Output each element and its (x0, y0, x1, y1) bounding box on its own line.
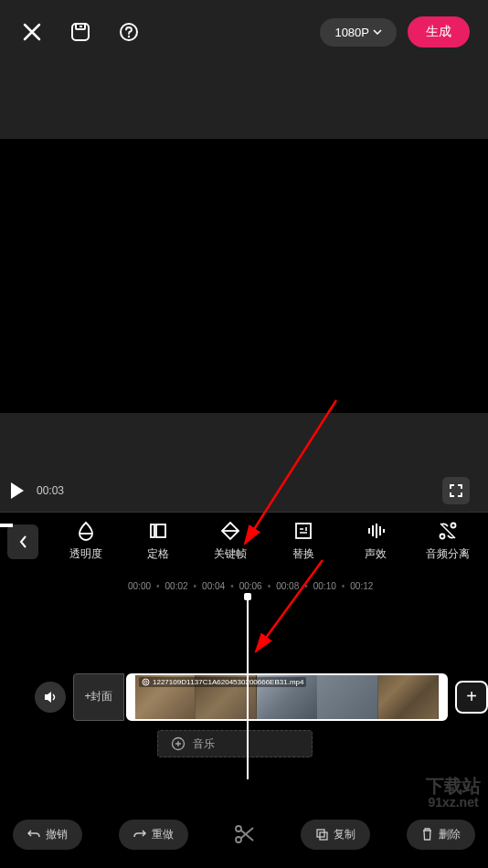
keyframe-icon (220, 521, 240, 541)
opacity-label: 透明度 (69, 546, 102, 562)
clip-filename: 1227109D1137C1A6204530200666EB31.mp4 (153, 678, 303, 686)
generate-label: 生成 (426, 24, 451, 38)
watermark-line1: 下载站 (426, 776, 481, 796)
svg-point-15 (440, 535, 444, 539)
svg-rect-25 (317, 830, 324, 837)
thumb (378, 675, 439, 719)
svg-rect-7 (156, 524, 165, 537)
undo-label: 撤销 (46, 827, 68, 842)
cover-label: +封面 (84, 689, 112, 704)
tool-items: 透明度 定格 关键帧 替换 声效 (53, 521, 481, 562)
speaker-icon (42, 689, 58, 705)
tool-replace[interactable]: 替换 (271, 521, 336, 562)
ruler-tick: 00:06 (239, 581, 262, 591)
playback-time: 00:03 (37, 484, 64, 497)
ruler-tick: 00:02 (165, 581, 188, 591)
ruler-tick: 00:08 (276, 581, 299, 591)
fullscreen-button[interactable] (442, 477, 470, 504)
chevron-left-icon (18, 535, 27, 549)
playback-controls: 00:03 (0, 470, 488, 512)
replace-icon (293, 521, 313, 541)
svg-point-18 (143, 679, 149, 685)
topbar-right: 1080P 生成 (320, 16, 470, 48)
back-button[interactable] (7, 524, 38, 559)
help-button[interactable] (119, 22, 139, 42)
svg-point-4 (128, 36, 130, 37)
watermark: 下载站 91xz.net (426, 776, 481, 810)
tool-bar: 透明度 定格 关键帧 替换 声效 (0, 512, 488, 572)
music-add-icon (171, 736, 186, 751)
trash-icon (421, 828, 433, 841)
progress-marker (0, 524, 13, 527)
timeline[interactable]: +封面 1227109D1137C1A6204530200666EB31.mp4… (0, 597, 488, 803)
resolution-label: 1080P (334, 26, 369, 39)
bottom-bar: 撤销 重做 复制 删除 (0, 803, 488, 868)
tool-keyframe[interactable]: 关键帧 (197, 521, 263, 562)
ruler-tick: 00:00 (128, 581, 151, 591)
redo-icon (133, 829, 146, 840)
cover-button[interactable]: +封面 (73, 673, 124, 721)
thumb (317, 675, 377, 719)
preview-padding-top (0, 64, 488, 139)
tool-audiodetach[interactable]: 音频分离 (415, 521, 481, 562)
svg-rect-9 (296, 524, 311, 538)
video-clip[interactable]: 1227109D1137C1A6204530200666EB31.mp4 (126, 673, 448, 721)
split-button[interactable] (225, 814, 265, 854)
tool-soundfx[interactable]: 声效 (343, 521, 408, 562)
add-clip-button[interactable]: + (455, 681, 488, 714)
freeze-label: 定格 (147, 546, 169, 562)
keyframe-label: 关键帧 (214, 546, 247, 562)
copy-label: 复制 (334, 827, 355, 842)
svg-rect-6 (151, 524, 154, 537)
preview-padding-bottom (0, 413, 488, 470)
video-track: +封面 1227109D1137C1A6204530200666EB31.mp4… (0, 672, 488, 722)
redo-label: 重做 (152, 827, 174, 842)
undo-button[interactable]: 撤销 (13, 820, 82, 850)
top-bar: 1080P 生成 (0, 0, 488, 64)
add-music-button[interactable]: 音乐 (157, 730, 313, 757)
generate-button[interactable]: 生成 (408, 16, 470, 48)
svg-line-23 (240, 831, 253, 842)
playback-left: 00:03 (7, 482, 64, 499)
chevron-down-icon (373, 29, 382, 35)
svg-rect-26 (320, 832, 327, 840)
mute-button[interactable] (35, 682, 66, 713)
topbar-left (22, 21, 139, 43)
ruler-tick: 00:12 (350, 581, 373, 591)
svg-point-16 (451, 524, 455, 528)
resolution-button[interactable]: 1080P (320, 18, 397, 47)
save-button[interactable] (69, 21, 91, 43)
replace-label: 替换 (292, 546, 314, 562)
playhead[interactable] (247, 597, 249, 779)
opacity-icon (76, 521, 96, 541)
music-label: 音乐 (193, 736, 215, 752)
soundfx-icon (366, 521, 386, 541)
freeze-icon (148, 521, 168, 541)
svg-point-19 (144, 681, 147, 683)
audiodetach-label: 音频分离 (426, 546, 470, 562)
audiodetach-icon (438, 521, 458, 541)
scissors-icon (233, 822, 257, 846)
delete-label: 删除 (439, 827, 461, 842)
ruler-tick: 00:10 (313, 581, 336, 591)
soundfx-label: 声效 (365, 546, 387, 562)
ruler-tick: 00:04 (202, 581, 225, 591)
tool-freeze[interactable]: 定格 (125, 521, 191, 562)
close-button[interactable] (22, 22, 42, 42)
svg-line-24 (240, 828, 253, 839)
svg-rect-2 (80, 26, 82, 27)
delete-button[interactable]: 删除 (407, 820, 475, 850)
copy-icon (315, 828, 328, 841)
redo-button[interactable]: 重做 (119, 820, 188, 850)
tool-opacity[interactable]: 透明度 (53, 521, 119, 562)
play-button[interactable] (11, 482, 24, 499)
watermark-line2: 91xz.net (426, 796, 481, 810)
undo-icon (27, 829, 40, 840)
video-preview[interactable] (0, 139, 488, 413)
clip-filename-overlay: 1227109D1137C1A6204530200666EB31.mp4 (139, 677, 306, 687)
copy-button[interactable]: 复制 (301, 820, 370, 850)
